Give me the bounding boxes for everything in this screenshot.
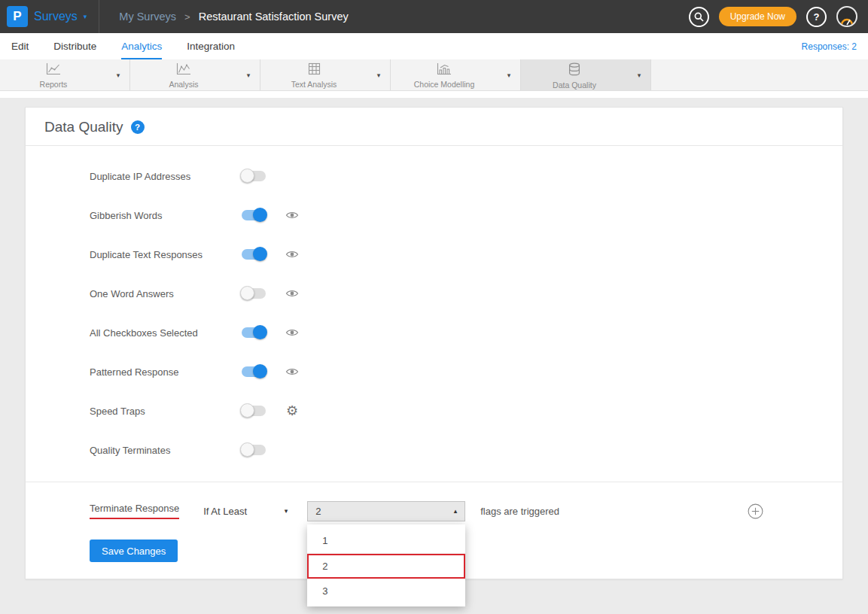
- save-changes-button[interactable]: Save Changes: [90, 540, 178, 562]
- condition-dropdown[interactable]: If At Least ▾: [203, 506, 288, 517]
- chevron-down-icon[interactable]: ▾: [498, 71, 520, 79]
- logo-letter: P: [13, 9, 21, 24]
- setting-label: Quality Terminates: [90, 445, 242, 456]
- nav-tab-distribute[interactable]: Distribute: [53, 33, 96, 59]
- plus-circle-icon: [748, 503, 763, 519]
- area-chart-icon: [176, 62, 191, 78]
- toggle-one-word-answers[interactable]: [242, 288, 266, 299]
- flag-count-dropdown[interactable]: 2 ▴: [307, 501, 465, 521]
- eye-icon[interactable]: [284, 289, 300, 298]
- chevron-down-icon: ▾: [285, 508, 288, 515]
- settings-list: Duplicate IP AddressesGibberish WordsDup…: [26, 146, 842, 474]
- toggle-gibberish-words[interactable]: [242, 210, 266, 220]
- toggle-knob: [240, 169, 254, 183]
- flag-count-wrap: 2 ▴ 123: [307, 501, 465, 521]
- toggle-speed-traps[interactable]: [242, 406, 266, 416]
- setting-row-one-word-answers: One Word Answers: [90, 274, 842, 313]
- terminate-section: Terminate Response If At Least ▾ 2 ▴ 123…: [26, 482, 842, 579]
- setting-label: Gibberish Words: [90, 210, 242, 221]
- toggle-duplicate-text-responses[interactable]: [242, 249, 266, 260]
- table-grid-icon: [308, 62, 321, 78]
- eye-icon[interactable]: [284, 250, 300, 259]
- toggle-duplicate-ip-addresses[interactable]: [242, 171, 266, 181]
- responses-count[interactable]: Responses: 2: [802, 41, 857, 52]
- flag-count-menu: 123: [307, 524, 465, 606]
- help-badge-icon[interactable]: ?: [131, 120, 145, 134]
- nav-tab-edit[interactable]: Edit: [11, 33, 29, 59]
- topbar: P Surveys ▾ My Surveys > Restaurant Sati…: [0, 0, 868, 33]
- toolbar-tab-text-analysis[interactable]: Text Analysis▾: [260, 59, 391, 90]
- setting-row-speed-traps: Speed Traps⚙: [90, 391, 842, 430]
- toolbar-tab-choice-modelling[interactable]: Choice Modelling▾: [391, 59, 521, 90]
- setting-row-gibberish-words: Gibberish Words: [90, 196, 842, 235]
- gauge-icon: [840, 16, 854, 26]
- search-icon: [694, 12, 704, 22]
- dropdown-option-1[interactable]: 1: [307, 529, 465, 554]
- breadcrumb-my-surveys[interactable]: My Surveys: [119, 11, 176, 23]
- terminate-response-label: Terminate Response: [90, 503, 179, 519]
- setting-label: Speed Traps: [90, 406, 242, 417]
- toolbar-tab-label: Reports: [40, 80, 68, 89]
- setting-label: One Word Answers: [90, 288, 242, 299]
- toolbar-tab-main: Reports: [0, 61, 107, 89]
- gear-icon[interactable]: ⚙: [284, 404, 300, 418]
- product-switcher[interactable]: P Surveys ▾: [0, 0, 99, 33]
- chevron-down-icon[interactable]: ▾: [107, 71, 129, 79]
- nav-tab-analytics[interactable]: Analytics: [121, 33, 162, 59]
- analytics-toolbar: Reports▾Analysis▾Text Analysis▾Choice Mo…: [0, 59, 868, 91]
- line-chart-icon: [46, 62, 61, 78]
- toolbar-tab-main: Data Quality: [521, 61, 628, 90]
- setting-row-duplicate-text-responses: Duplicate Text Responses: [90, 235, 842, 274]
- toggle-patterned-response[interactable]: [242, 366, 266, 377]
- product-name: Surveys: [34, 10, 78, 23]
- chevron-down-icon[interactable]: ▾: [237, 71, 260, 79]
- toggle-knob: [240, 442, 254, 457]
- setting-row-quality-terminates: Quality Terminates: [90, 430, 842, 470]
- toggle-knob: [253, 247, 267, 261]
- nav-tab-integration[interactable]: Integration: [187, 33, 235, 59]
- eye-icon[interactable]: [284, 211, 300, 220]
- chevron-up-icon: ▴: [454, 508, 458, 515]
- account-avatar[interactable]: [836, 6, 857, 27]
- survey-nav: EditDistributeAnalyticsIntegration Respo…: [0, 33, 868, 59]
- toolbar-tab-main: Choice Modelling: [391, 61, 498, 89]
- toolbar-tab-data-quality[interactable]: Data Quality▾: [521, 59, 651, 90]
- eye-icon[interactable]: [284, 328, 300, 337]
- flag-count-value: 2: [315, 506, 321, 517]
- toolbar-tab-label: Analysis: [169, 80, 198, 89]
- add-rule-button[interactable]: [748, 503, 763, 519]
- toolbar-tab-label: Text Analysis: [291, 80, 337, 89]
- terminate-rule-row: Terminate Response If At Least ▾ 2 ▴ 123…: [90, 496, 824, 526]
- search-button[interactable]: [689, 7, 709, 27]
- toolbar-tab-analysis[interactable]: Analysis▾: [130, 59, 260, 90]
- toggle-quality-terminates[interactable]: [242, 445, 266, 455]
- chevron-down-icon: ▾: [84, 14, 87, 20]
- toggle-all-checkboxes-selected[interactable]: [242, 327, 266, 338]
- data-quality-panel: Data Quality ? Duplicate IP AddressesGib…: [25, 107, 843, 579]
- help-button[interactable]: ?: [806, 7, 827, 27]
- main-content: Data Quality ? Duplicate IP AddressesGib…: [0, 98, 868, 614]
- toolbar-tab-main: Text Analysis: [260, 61, 367, 89]
- toggle-knob: [253, 364, 267, 378]
- toggle-knob: [240, 286, 254, 300]
- setting-label: Patterned Response: [90, 366, 242, 378]
- database-icon: [568, 62, 580, 79]
- dropdown-option-2[interactable]: 2: [307, 554, 465, 579]
- toolbar-tab-reports[interactable]: Reports▾: [0, 59, 130, 90]
- toggle-knob: [253, 208, 267, 222]
- breadcrumb-separator: >: [184, 11, 190, 23]
- flags-triggered-label: flags are triggered: [480, 506, 559, 517]
- panel-header: Data Quality ?: [26, 108, 842, 146]
- questionpro-logo-icon: P: [7, 6, 28, 27]
- toolbar-tab-main: Analysis: [130, 61, 237, 89]
- chevron-down-icon[interactable]: ▾: [367, 71, 390, 79]
- toggle-knob: [240, 403, 254, 418]
- eye-icon[interactable]: [284, 367, 300, 376]
- setting-label: Duplicate IP Addresses: [90, 171, 242, 182]
- dropdown-option-3[interactable]: 3: [307, 579, 465, 603]
- bar-line-chart-icon: [437, 62, 452, 78]
- chevron-down-icon[interactable]: ▾: [628, 71, 650, 79]
- upgrade-button[interactable]: Upgrade Now: [719, 7, 796, 26]
- setting-label: All Checkboxes Selected: [90, 327, 242, 339]
- condition-value: If At Least: [203, 506, 247, 517]
